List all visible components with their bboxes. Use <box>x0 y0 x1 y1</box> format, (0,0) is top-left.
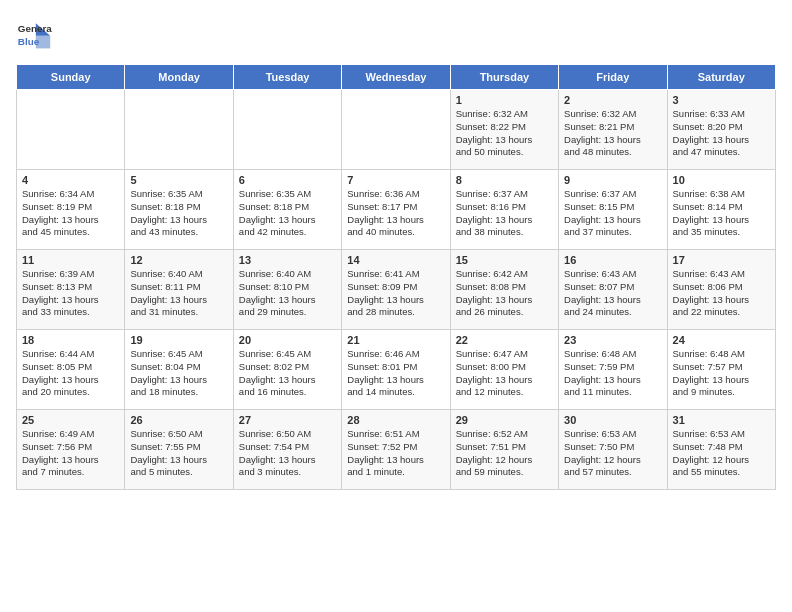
day-info: and 9 minutes. <box>673 386 770 399</box>
calendar-cell: 15Sunrise: 6:42 AMSunset: 8:08 PMDayligh… <box>450 250 558 330</box>
calendar-cell <box>233 90 341 170</box>
day-info: Sunrise: 6:37 AM <box>456 188 553 201</box>
day-number: 9 <box>564 174 661 186</box>
day-number: 7 <box>347 174 444 186</box>
day-number: 13 <box>239 254 336 266</box>
column-header-saturday: Saturday <box>667 65 775 90</box>
day-info: Daylight: 13 hours <box>673 134 770 147</box>
column-header-wednesday: Wednesday <box>342 65 450 90</box>
calendar-cell: 10Sunrise: 6:38 AMSunset: 8:14 PMDayligh… <box>667 170 775 250</box>
day-info: Daylight: 12 hours <box>456 454 553 467</box>
day-number: 5 <box>130 174 227 186</box>
day-info: Sunrise: 6:33 AM <box>673 108 770 121</box>
day-info: Daylight: 13 hours <box>22 294 119 307</box>
day-info: Sunset: 8:08 PM <box>456 281 553 294</box>
day-info: Sunset: 7:51 PM <box>456 441 553 454</box>
calendar-cell: 31Sunrise: 6:53 AMSunset: 7:48 PMDayligh… <box>667 410 775 490</box>
day-info: and 14 minutes. <box>347 386 444 399</box>
day-number: 14 <box>347 254 444 266</box>
day-number: 19 <box>130 334 227 346</box>
day-info: Sunrise: 6:52 AM <box>456 428 553 441</box>
calendar-cell: 8Sunrise: 6:37 AMSunset: 8:16 PMDaylight… <box>450 170 558 250</box>
days-header-row: SundayMondayTuesdayWednesdayThursdayFrid… <box>17 65 776 90</box>
day-info: Daylight: 13 hours <box>456 134 553 147</box>
svg-text:General: General <box>18 23 52 34</box>
column-header-monday: Monday <box>125 65 233 90</box>
day-info: and 42 minutes. <box>239 226 336 239</box>
day-info: Sunrise: 6:39 AM <box>22 268 119 281</box>
day-info: Sunset: 7:52 PM <box>347 441 444 454</box>
day-number: 8 <box>456 174 553 186</box>
day-info: Sunset: 8:06 PM <box>673 281 770 294</box>
calendar-cell: 27Sunrise: 6:50 AMSunset: 7:54 PMDayligh… <box>233 410 341 490</box>
day-info: Sunset: 7:50 PM <box>564 441 661 454</box>
calendar-week-row: 18Sunrise: 6:44 AMSunset: 8:05 PMDayligh… <box>17 330 776 410</box>
day-info: Daylight: 13 hours <box>673 374 770 387</box>
day-info: Sunrise: 6:34 AM <box>22 188 119 201</box>
day-info: Sunset: 8:20 PM <box>673 121 770 134</box>
day-number: 6 <box>239 174 336 186</box>
day-number: 24 <box>673 334 770 346</box>
day-info: Sunrise: 6:42 AM <box>456 268 553 281</box>
day-info: Daylight: 13 hours <box>347 374 444 387</box>
day-info: Sunrise: 6:37 AM <box>564 188 661 201</box>
day-info: Sunset: 8:10 PM <box>239 281 336 294</box>
day-info: and 26 minutes. <box>456 306 553 319</box>
day-info: Sunrise: 6:53 AM <box>564 428 661 441</box>
day-info: Daylight: 13 hours <box>22 454 119 467</box>
day-info: Daylight: 13 hours <box>130 214 227 227</box>
calendar-cell: 6Sunrise: 6:35 AMSunset: 8:18 PMDaylight… <box>233 170 341 250</box>
day-info: and 47 minutes. <box>673 146 770 159</box>
calendar-cell: 12Sunrise: 6:40 AMSunset: 8:11 PMDayligh… <box>125 250 233 330</box>
day-info: Sunset: 8:22 PM <box>456 121 553 134</box>
day-info: Daylight: 13 hours <box>347 214 444 227</box>
day-number: 29 <box>456 414 553 426</box>
day-info: Sunset: 8:05 PM <box>22 361 119 374</box>
day-info: and 45 minutes. <box>22 226 119 239</box>
day-number: 16 <box>564 254 661 266</box>
day-number: 1 <box>456 94 553 106</box>
day-info: Daylight: 13 hours <box>130 374 227 387</box>
day-info: Sunrise: 6:45 AM <box>130 348 227 361</box>
calendar-cell: 1Sunrise: 6:32 AMSunset: 8:22 PMDaylight… <box>450 90 558 170</box>
day-info: Sunrise: 6:32 AM <box>564 108 661 121</box>
calendar-cell: 7Sunrise: 6:36 AMSunset: 8:17 PMDaylight… <box>342 170 450 250</box>
day-info: Daylight: 12 hours <box>673 454 770 467</box>
day-number: 31 <box>673 414 770 426</box>
day-info: Daylight: 13 hours <box>564 374 661 387</box>
day-info: and 57 minutes. <box>564 466 661 479</box>
day-info: Sunrise: 6:51 AM <box>347 428 444 441</box>
day-number: 2 <box>564 94 661 106</box>
day-info: Daylight: 13 hours <box>456 374 553 387</box>
day-info: and 16 minutes. <box>239 386 336 399</box>
day-info: Daylight: 13 hours <box>564 294 661 307</box>
day-info: and 38 minutes. <box>456 226 553 239</box>
day-info: and 18 minutes. <box>130 386 227 399</box>
day-info: Daylight: 13 hours <box>130 294 227 307</box>
day-number: 3 <box>673 94 770 106</box>
day-info: Sunrise: 6:40 AM <box>239 268 336 281</box>
day-info: and 1 minute. <box>347 466 444 479</box>
day-info: Sunset: 8:09 PM <box>347 281 444 294</box>
day-info: Sunrise: 6:48 AM <box>673 348 770 361</box>
day-info: and 3 minutes. <box>239 466 336 479</box>
day-info: Sunrise: 6:35 AM <box>130 188 227 201</box>
day-info: Daylight: 13 hours <box>347 294 444 307</box>
calendar-cell: 30Sunrise: 6:53 AMSunset: 7:50 PMDayligh… <box>559 410 667 490</box>
day-number: 12 <box>130 254 227 266</box>
day-number: 27 <box>239 414 336 426</box>
day-info: Sunset: 8:07 PM <box>564 281 661 294</box>
day-info: Sunrise: 6:36 AM <box>347 188 444 201</box>
day-info: and 31 minutes. <box>130 306 227 319</box>
day-number: 15 <box>456 254 553 266</box>
day-info: Sunset: 8:18 PM <box>239 201 336 214</box>
day-info: and 55 minutes. <box>673 466 770 479</box>
day-info: and 5 minutes. <box>130 466 227 479</box>
day-info: Sunrise: 6:50 AM <box>130 428 227 441</box>
day-info: Daylight: 12 hours <box>564 454 661 467</box>
day-info: Sunrise: 6:32 AM <box>456 108 553 121</box>
day-info: Sunset: 8:18 PM <box>130 201 227 214</box>
day-info: Daylight: 13 hours <box>456 294 553 307</box>
day-info: and 20 minutes. <box>22 386 119 399</box>
svg-text:Blue: Blue <box>18 36 40 47</box>
